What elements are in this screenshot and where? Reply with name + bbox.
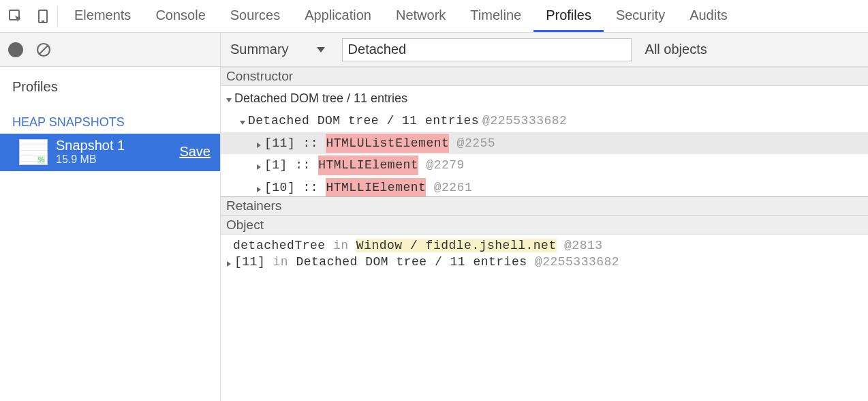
row-count: [1]	[264, 155, 288, 175]
content-toolbar: Summary All objects	[221, 33, 868, 67]
retainer-id: @2813	[564, 239, 603, 252]
scope-dropdown[interactable]: All objects	[645, 42, 707, 57]
retainers-header[interactable]: Retainers	[221, 196, 868, 216]
retainer-name: detachedTree	[233, 239, 326, 252]
tab-sources[interactable]: Sources	[218, 0, 292, 32]
tab-timeline[interactable]: Timeline	[458, 0, 533, 32]
tree-group-row[interactable]: Detached DOM tree / 11 entries	[221, 87, 868, 110]
disclosure-closed-icon[interactable]	[253, 134, 264, 153]
tab-network[interactable]: Network	[384, 0, 458, 32]
row-type: HTMLUListElement	[326, 134, 449, 153]
row-type: HTMLLIElement	[326, 178, 426, 196]
record-icon[interactable]	[8, 42, 23, 57]
in-keyword: in	[273, 255, 289, 269]
disclosure-open-icon[interactable]	[223, 89, 234, 108]
retainer-row[interactable]: detachedTree in Window / fiddle.jshell.n…	[221, 237, 868, 254]
tab-label: Console	[155, 8, 205, 23]
in-keyword: in	[333, 239, 349, 252]
row-sep: ::	[303, 178, 319, 196]
row-count: [11]	[264, 134, 295, 153]
disclosure-closed-icon[interactable]	[223, 256, 234, 268]
retainer-count: [11]	[234, 255, 265, 269]
row-sep: ::	[303, 134, 319, 153]
group-label: Detached DOM tree / 11 entries	[234, 89, 407, 108]
retainer-label: Detached DOM tree / 11 entries	[296, 255, 527, 269]
retainer-id: @2255333682	[535, 255, 619, 269]
table-row[interactable]: [11] :: HTMLUListElement @2255	[221, 132, 868, 155]
svg-line-4	[40, 46, 48, 54]
content: Summary All objects Constructor Detached…	[221, 33, 868, 401]
tab-label: Profiles	[546, 8, 591, 23]
tab-label: Application	[305, 8, 371, 23]
row-id: @2279	[426, 155, 465, 175]
object-header[interactable]: Object	[221, 216, 868, 235]
table-row[interactable]: [10] :: HTMLLIElement @2261	[221, 177, 868, 196]
retainer-host: Window / fiddle.jshell.net	[356, 239, 557, 252]
tab-label: Network	[396, 8, 446, 23]
tab-security[interactable]: Security	[604, 0, 677, 32]
root-label: Detached DOM tree / 11 entries	[248, 111, 479, 131]
tab-label: Sources	[230, 8, 280, 23]
row-count: [10]	[264, 178, 295, 196]
root-id: @2255333682	[482, 111, 567, 131]
tab-console[interactable]: Console	[143, 0, 217, 32]
heap-snapshots-heading: HEAP SNAPSHOTS	[0, 103, 220, 134]
snapshot-texts: Snapshot 1 15.9 MB	[56, 138, 174, 166]
table-row[interactable]: [1] :: HTMLLIElement @2279	[221, 154, 868, 177]
device-toggle-icon[interactable]	[34, 8, 52, 25]
snapshot-size: 15.9 MB	[56, 153, 174, 166]
tab-profiles[interactable]: Profiles	[533, 0, 604, 32]
row-type: HTMLLIElement	[318, 155, 418, 175]
constructor-header[interactable]: Constructor	[221, 67, 868, 86]
row-id: @2261	[434, 178, 473, 196]
tab-audits[interactable]: Audits	[677, 0, 740, 32]
sidebar-title: Profiles	[0, 67, 220, 103]
disclosure-closed-icon[interactable]	[253, 178, 264, 196]
tab-label: Elements	[74, 8, 131, 23]
retainers-body: detachedTree in Window / fiddle.jshell.n…	[221, 235, 868, 270]
constructor-tree: Detached DOM tree / 11 entries Detached …	[221, 86, 868, 196]
tab-label: Security	[616, 8, 665, 23]
tab-label: Timeline	[470, 8, 521, 23]
view-dropdown[interactable]: Summary	[230, 42, 332, 57]
snapshot-save-link[interactable]: Save	[179, 144, 211, 160]
sidebar: Profiles HEAP SNAPSHOTS Snapshot 1 15.9 …	[0, 33, 221, 401]
main: Profiles HEAP SNAPSHOTS Snapshot 1 15.9 …	[0, 33, 868, 401]
tab-label: Audits	[689, 8, 728, 23]
disclosure-closed-icon[interactable]	[253, 155, 264, 175]
filter-input[interactable]	[342, 38, 632, 61]
row-id: @2255	[457, 134, 496, 153]
snapshot-item[interactable]: Snapshot 1 15.9 MB Save	[0, 134, 220, 171]
chevron-down-icon	[316, 42, 326, 57]
tab-elements[interactable]: Elements	[62, 0, 143, 32]
retainer-row[interactable]: [11] in Detached DOM tree / 11 entries @…	[221, 254, 868, 270]
toolbar-left-icons	[3, 6, 58, 27]
view-label: Summary	[230, 42, 289, 57]
tree-root-row[interactable]: Detached DOM tree / 11 entries @22553336…	[221, 110, 868, 132]
clear-icon[interactable]	[35, 42, 52, 58]
tabs: Elements Console Sources Application Net…	[58, 0, 740, 32]
sidebar-toolbar	[0, 33, 220, 67]
devtools-tabbar: Elements Console Sources Application Net…	[0, 0, 868, 33]
tab-application[interactable]: Application	[292, 0, 384, 32]
constructor-grid: Constructor Detached DOM tree / 11 entri…	[221, 67, 868, 196]
inspect-icon[interactable]	[7, 8, 25, 25]
snapshot-thumb-icon	[19, 139, 48, 165]
snapshot-name: Snapshot 1	[56, 138, 174, 153]
row-sep: ::	[295, 155, 311, 175]
disclosure-open-icon[interactable]	[237, 111, 248, 131]
